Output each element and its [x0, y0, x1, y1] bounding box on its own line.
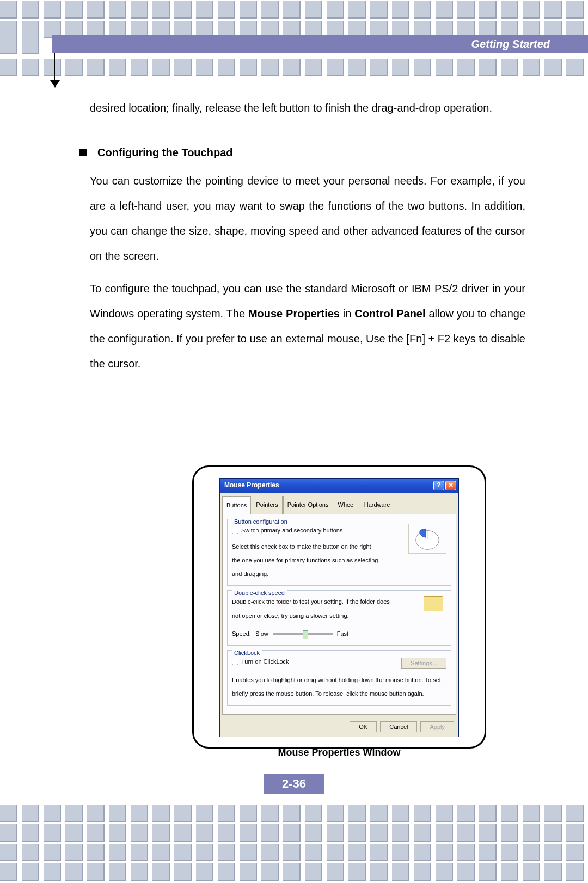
slow-label: Slow [255, 627, 268, 641]
dialog-title: Mouse Properties [224, 478, 279, 493]
group3-title: ClickLock [232, 646, 262, 660]
group3-desc: Enables you to highlight or drag without… [232, 673, 446, 701]
tab-pointers[interactable]: Pointers [252, 496, 282, 514]
square-bullet-icon [79, 149, 87, 156]
arrow-head-icon [50, 80, 60, 88]
dialog-titlebar: Mouse Properties ? ✕ [220, 479, 458, 493]
tab-pointer-options[interactable]: Pointer Options [283, 496, 333, 514]
clicklock-group: ClickLock Turn on ClickLock Settings... … [227, 650, 451, 706]
speed-slider-row: Speed: Slow Fast [232, 627, 446, 641]
group1-desc: Select this check box to make the button… [232, 540, 379, 581]
paragraph-2: You can customize the pointing device to… [90, 168, 525, 268]
page-number: 2-36 [264, 774, 324, 794]
header-bar: Getting Started [52, 35, 588, 53]
slider-thumb[interactable] [303, 630, 308, 639]
bullet-heading-row: Configuring the Touchpad [79, 140, 525, 165]
tab-buttons[interactable]: Buttons [222, 496, 251, 514]
ok-button[interactable]: OK [350, 721, 377, 732]
arrow-line [54, 53, 55, 81]
dialog-body: Button configuration Switch primary and … [222, 514, 456, 715]
dialog-footer: OK Cancel Apply [220, 717, 458, 737]
tab-wheel[interactable]: Wheel [334, 496, 359, 514]
tab-hardware[interactable]: Hardware [360, 496, 395, 514]
help-button[interactable]: ? [433, 481, 444, 490]
bullet-title: Configuring the Touchpad [97, 140, 232, 165]
mouse-illustration-icon [408, 524, 446, 554]
cancel-button[interactable]: Cancel [380, 721, 417, 732]
group1-title: Button configuration [232, 515, 290, 529]
apply-button[interactable]: Apply [420, 721, 454, 732]
folder-test-icon[interactable] [424, 596, 443, 611]
figure-caption: Mouse Properties Window [278, 741, 401, 764]
figure-box: Mouse Properties ? ✕ Buttons Pointers Po… [192, 465, 486, 749]
clicklock-settings-button[interactable]: Settings... [401, 658, 446, 669]
speed-slider[interactable] [273, 633, 333, 635]
paragraph-3: To configure the touchpad, you can use t… [90, 276, 525, 376]
fast-label: Fast [337, 627, 348, 641]
titlebar-buttons: ? ✕ [433, 481, 456, 490]
group2-title: Double-click speed [232, 586, 287, 600]
mouse-properties-dialog: Mouse Properties ? ✕ Buttons Pointers Po… [219, 478, 459, 737]
speed-label: Speed: [232, 627, 251, 641]
button-config-group: Button configuration Switch primary and … [227, 519, 451, 586]
body-content: desired location; finally, release the l… [90, 95, 525, 384]
dialog-tabs: Buttons Pointers Pointer Options Wheel H… [220, 493, 458, 514]
header-title: Getting Started [471, 38, 550, 51]
paragraph-1: desired location; finally, release the l… [90, 95, 525, 120]
close-button[interactable]: ✕ [445, 481, 456, 490]
double-click-group: Double-click speed Double-click the fold… [227, 590, 451, 646]
